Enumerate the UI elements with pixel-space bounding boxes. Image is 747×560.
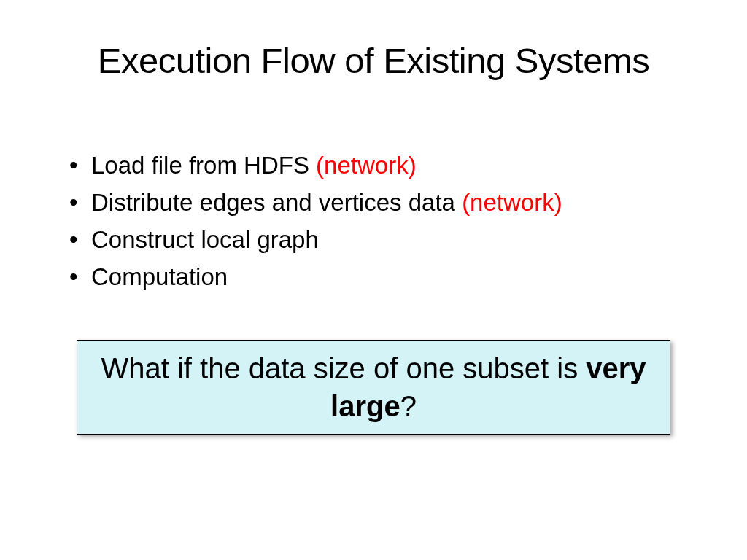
list-item: Construct local graph <box>69 221 692 258</box>
bullet-text: Load file from HDFS <box>91 152 316 179</box>
callout-text: What if the data size of one subset is v… <box>92 349 655 425</box>
bullet-annotation: (network) <box>316 152 417 179</box>
list-item: Load file from HDFS (network) <box>69 147 692 184</box>
bullet-text: Construct local graph <box>91 226 319 253</box>
callout-box: What if the data size of one subset is v… <box>77 340 670 435</box>
slide-title: Execution Flow of Existing Systems <box>55 40 692 81</box>
bullet-list: Load file from HDFS (network) Distribute… <box>55 147 692 296</box>
list-item: Distribute edges and vertices data (netw… <box>69 184 692 221</box>
list-item: Computation <box>69 258 692 295</box>
bullet-text: Computation <box>91 263 228 290</box>
callout-suffix: ? <box>400 390 417 422</box>
callout-prefix: What if the data size of one subset is <box>101 352 586 384</box>
bullet-annotation: (network) <box>462 189 562 216</box>
slide: Execution Flow of Existing Systems Load … <box>0 0 747 560</box>
bullet-text: Distribute edges and vertices data <box>91 189 462 216</box>
